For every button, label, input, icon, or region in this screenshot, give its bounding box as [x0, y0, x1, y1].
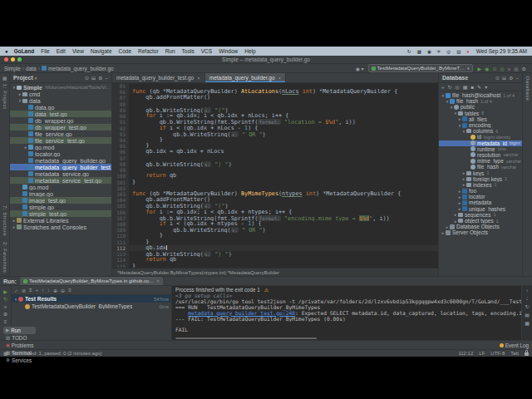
scroll-to-end-icon[interactable]: ▤ — [525, 312, 530, 318]
show-ignored-icon[interactable]: ⊘ — [22, 288, 26, 293]
code-line-111[interactable]: 111 } — [112, 239, 438, 245]
sort-by-duration-icon[interactable]: ÷ — [36, 288, 38, 293]
tree-item-image-test-go[interactable]: image_test.go — [10, 197, 111, 204]
menu-help[interactable]: Help — [244, 48, 255, 54]
code-line-100[interactable]: 100 return qb — [112, 173, 438, 179]
database-panel-title[interactable]: Database — [442, 75, 468, 81]
line-ending[interactable]: LF — [479, 351, 485, 356]
tree-item-file-service-go[interactable]: file_service.go — [10, 131, 111, 137]
tool-window-switcher-icon[interactable]: ▦ — [3, 351, 7, 356]
code-line-107[interactable]: 107 qb.b.WriteString(fmt.Sprintf(format:… — [112, 215, 438, 221]
coverage-icon[interactable]: ⊙ — [492, 66, 496, 71]
test-summary[interactable]: Tests failed: 1, passed: 0 (2 minutes ag… — [11, 351, 101, 356]
tree-item-file-hash[interactable]: file_hashvarchar — [439, 164, 522, 170]
code-line-91[interactable]: 91 qb.b.WriteString(fmt.Sprintf(format: … — [112, 119, 438, 125]
breadcrumb-item[interactable]: Simple — [4, 66, 21, 71]
menu-vcs[interactable]: VCS — [201, 48, 212, 54]
settings-icon[interactable]: ⚙ — [509, 76, 513, 81]
tree-item-sequences[interactable]: ▸sequences1 — [439, 212, 522, 218]
close-icon[interactable]: × — [156, 278, 160, 283]
file-encoding[interactable]: UTF-8 — [490, 351, 505, 356]
tree-item-tables[interactable]: ▾tables6 — [439, 111, 522, 116]
code-line-87[interactable]: 87 qb.addFrontMatter() — [112, 95, 438, 101]
indent-style[interactable]: Tab — [510, 351, 519, 356]
tree-item-metadata-query-builder-go[interactable]: metadata_query_builder.go — [10, 157, 111, 164]
settings-icon[interactable]: ⚙ — [98, 76, 102, 81]
tree-item-file-hash[interactable]: ▾file_hash1 of 4 — [439, 98, 522, 104]
tree-item-public[interactable]: ▾public — [439, 104, 522, 110]
close-window-button[interactable] — [4, 57, 8, 62]
show-passed-icon[interactable]: ✓ — [14, 288, 18, 293]
test-settings-icon[interactable]: ⚙ — [3, 311, 7, 317]
tree-item-all-files[interactable]: ▸all_files — [439, 116, 522, 122]
new-datasource-icon[interactable]: + — [441, 85, 445, 90]
menubar-clock[interactable]: Wed Sep 29 9:35 AM — [476, 48, 527, 54]
tree-item-cmd[interactable]: ▸cmd — [10, 91, 111, 97]
menu-window[interactable]: Window — [219, 48, 238, 54]
code-line-104[interactable]: 104 qb.addFrontMatter() — [112, 197, 438, 203]
project-panel-title[interactable]: Project — [13, 75, 33, 81]
code-line-106[interactable]: 106 for i := qb.idx; i < qb.idx + ntypes… — [112, 209, 438, 215]
options-icon[interactable]: ≡ — [4, 319, 7, 324]
chevron-down-icon[interactable]: ▾ — [35, 76, 37, 81]
tree-item-id[interactable]: idbigint identity — [439, 134, 522, 140]
lock-icon[interactable] — [525, 352, 529, 356]
menu-file[interactable]: File — [41, 48, 49, 54]
tree-item-db-wrapper-test-go[interactable]: db_wrapper_test.go — [10, 124, 111, 131]
code-line-102[interactable]: 102 — [112, 185, 438, 191]
filter-icon[interactable]: ▾ — [485, 84, 487, 90]
editor-tab-metadata_query_builder_test.go[interactable]: metadata_query_builder_test.go× — [112, 73, 205, 82]
tree-item-database-objects[interactable]: ▸Database Objects — [439, 224, 522, 229]
run-console[interactable]: Process finished with the exit code 1 ⚠ … — [172, 286, 521, 340]
toolwindow-button-todo[interactable]: ▤TODO — [3, 334, 36, 342]
menu-tools[interactable]: Tools — [182, 48, 195, 54]
settings-icon[interactable]: ⚙ — [522, 66, 526, 71]
toolwindow-button-problems[interactable]: ◉Problems — [3, 342, 36, 349]
tree-item-object-types[interactable]: ▸object types1 — [439, 218, 522, 224]
scroll-up-icon[interactable]: ↑ — [526, 288, 529, 293]
code-line-105[interactable]: 105 qb.b.WriteString(s: "(") — [112, 203, 438, 209]
tree-item-file-hash-localhost[interactable]: ▾file_hash@localhost1 of 4 — [439, 92, 522, 98]
tree-item-locator-go[interactable]: locator.go — [10, 150, 111, 157]
sync-icon[interactable]: ⊙ — [495, 76, 500, 81]
spotlight-icon[interactable]: ◎ — [446, 49, 451, 54]
test-node-testmetadataquerybuilder-bymimetypes[interactable]: TestMetadataQueryBuilder_ByMimeTypes0ms — [12, 303, 171, 310]
collapse-all-icon[interactable]: ⊖ — [61, 288, 65, 293]
soft-wrap-icon[interactable]: ↻ — [525, 303, 529, 309]
tree-item-metadata-service-go[interactable]: metadata_service.go — [10, 170, 111, 177]
keyboard-icon[interactable]: ▤ — [456, 49, 461, 54]
code-line-88[interactable]: 88 — [112, 101, 438, 107]
tree-item-metadata-query-builder-test-go[interactable]: metadata_query_builder_test.go — [10, 164, 111, 170]
tree-item-runtime[interactable]: runtimetime — [439, 146, 522, 152]
project-stripe-icon[interactable]: ▦ — [2, 76, 7, 81]
menu-navigate[interactable]: Navigate — [91, 48, 112, 54]
menu-code[interactable]: Code — [119, 48, 132, 54]
menu-view[interactable]: View — [72, 48, 84, 54]
recording-icon[interactable]: ● — [466, 49, 469, 54]
breadcrumb-item[interactable]: metadata_query_builder.go — [48, 66, 114, 71]
display-icon[interactable]: ◉ — [427, 49, 431, 54]
code-line-92[interactable]: 92 if i < (qb.idx + nLocs - 1) { — [112, 126, 438, 131]
tree-item-metadata-id[interactable]: metadata_idbigint — [439, 140, 522, 146]
menu-edit[interactable]: Edit — [57, 48, 66, 54]
tree-item-server-objects[interactable]: ▸Server Objects — [439, 229, 522, 235]
tree-item-file-service-test-go[interactable]: file_service_test.go — [10, 137, 111, 144]
run-configuration-tab[interactable]: TestMetadataQueryBuilder_ByMimeTypes in … — [20, 277, 163, 285]
editor-tab-metadata_query_builder.go[interactable]: metadata_query_builder.go× — [205, 73, 286, 82]
code-line-109[interactable]: 109 qb.b.WriteString(s: " OR ") — [112, 227, 438, 233]
datasource-properties-icon[interactable]: ▦ — [463, 84, 468, 90]
close-icon[interactable]: × — [278, 76, 282, 81]
run-configuration-select[interactable]: TestMetadataQueryBuilder_ByMimeTypes in … — [368, 64, 473, 72]
menu-refactor[interactable]: Refactor — [138, 48, 159, 54]
console-horizontal-scrollbar[interactable] — [175, 337, 317, 340]
caret-position[interactable]: 112:12 — [458, 351, 473, 356]
event-log-button[interactable]: Event Log — [500, 342, 529, 348]
code-line-112[interactable]: 112 qb.idx — [112, 245, 438, 251]
tree-item-mime-type[interactable]: mime_typevarchar — [439, 158, 522, 164]
tree-item-simple-go[interactable]: simple.go — [10, 204, 111, 210]
close-icon[interactable]: × — [197, 76, 200, 81]
code-line-94[interactable]: 94 } — [112, 137, 438, 143]
search-everywhere-icon[interactable]: ◎ — [514, 66, 518, 71]
stop-icon[interactable]: ■ — [508, 66, 511, 71]
select-opened-file-icon[interactable]: ⊙ — [85, 76, 89, 81]
